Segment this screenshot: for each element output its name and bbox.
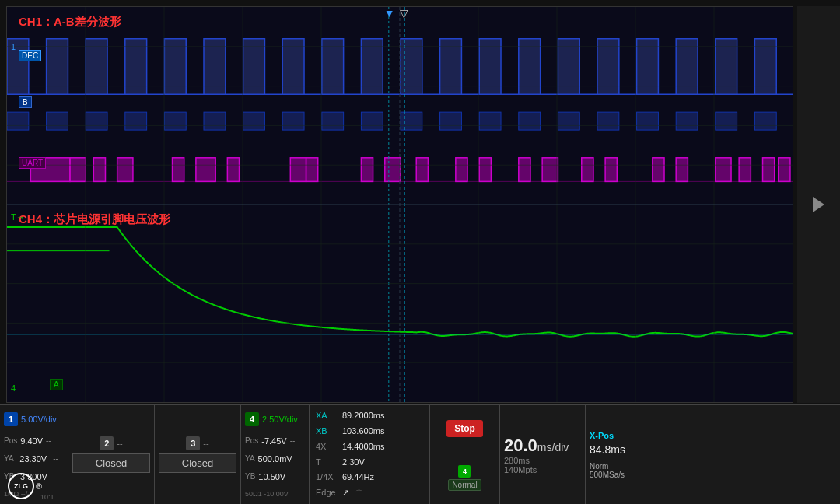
ch4-panel: 4 2.50V/div Pos -7.45V -- YA 500.0mV YB … [241,405,310,504]
ch4-badge: 4 [458,465,471,478]
ch4-waveform-label: CH4：芯片电源引脚电压波形 [19,212,170,227]
ch3-number: 3 [186,436,200,450]
logo-reg: ® [36,481,42,491]
ch1-pos: Pos 9.40V -- [4,436,64,446]
time-div-panel: 20.0 ms/ div 280ms 140Mpts [500,405,586,504]
ch4-yb: YB 10.50V [245,472,305,481]
ch3-header: 3 -- [186,436,208,450]
b-tag: B [19,96,32,108]
measurements-panel: XA 89.2000ms XB 103.600ms 4X 14.4000ms T… [310,405,430,504]
inv-row: 1/4X 69.44Hz [316,471,423,485]
ch1-scale-marker: 1 [11,42,16,51]
dec-tag: DEC [19,50,41,61]
stop-button[interactable]: Stop [446,420,483,437]
ch2-header: 2 -- [100,436,122,450]
xa-row: XA 89.2000ms [316,409,423,423]
ch2-number: 2 [100,436,114,450]
ch1-waveform-label: CH1：A-B差分波形 [19,15,121,30]
right-panel [797,6,840,403]
ch2-panel: 2 -- Closed [68,405,155,504]
xpos-display: X-Pos 84.8ms Norm 500MSa/s [590,431,625,479]
ch1-scale: 5.00V/div [21,415,57,424]
logo: ZLG ® [8,473,42,499]
waveform-canvas [7,7,793,403]
ch3-closed-button[interactable]: Closed [159,453,236,473]
oscilloscope: CH1：A-B差分波形 CH4：芯片电源引脚电压波形 DEC B UART A … [0,0,840,504]
ch4-pos: Pos -7.45V -- [245,436,305,446]
t-row: T 2.30V [316,456,423,470]
ch4-scale: 2.50V/div [262,415,298,424]
ch3-panel: 3 -- Closed [155,405,241,504]
xpos-panel: X-Pos 84.8ms Norm 500MSa/s [586,405,656,504]
ch3-scale: -- [203,439,208,448]
ch4-ya: YA 500.0mV [245,454,305,464]
uart-tag: UART [19,157,46,169]
normal-badge: Normal [448,479,481,491]
ch2-closed-button[interactable]: Closed [72,453,150,473]
a-tag: A [50,379,63,390]
ch2-scale: -- [117,439,122,448]
chevron-right-icon[interactable] [813,197,824,212]
time-div-display: 20.0 ms/ div [504,436,569,456]
ch4-scale-marker: 4 [11,383,16,393]
ch4-number: 4 [245,412,259,426]
xb-row: XB 103.600ms [316,425,423,439]
time-sub1: 280ms [504,456,530,465]
edge-row: Edge ↗ ⌒ [316,486,423,500]
time-sub2: 140Mpts [504,465,537,474]
bottom-bar: 1 5.00V/div Pos 9.40V -- YA -23.30V -- Y… [0,404,840,504]
t-scale-marker: T→ [11,212,25,222]
control-panel: Stop 4 Normal [430,405,500,504]
ch1-ya: YA -23.30V -- [4,454,64,464]
ch1-header: 1 5.00V/div [4,412,64,426]
trigger-marker-top: ▼ [384,7,395,19]
scale-info-bottom: 10:1 [40,493,54,501]
trigger-marker-top2: ▽ [400,7,408,19]
waveform-display: CH1：A-B差分波形 CH4：芯片电源引脚电压波形 DEC B UART A … [6,6,793,403]
sample-rate: Norm 500MSa/s [590,462,625,479]
logo-circle: ZLG [8,473,34,499]
ch4-bottom: 50Ω1 -10.00V [245,490,305,498]
ch4-header: 4 2.50V/div [245,412,305,426]
deltax-row: 4X 14.4000ms [316,440,423,454]
ch1-number: 1 [4,412,18,426]
